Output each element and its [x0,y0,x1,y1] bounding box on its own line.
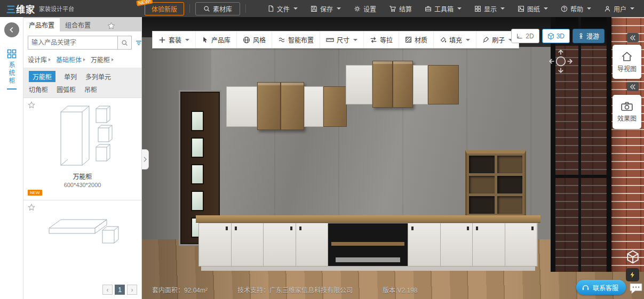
tool-style[interactable]: 风格 [236,31,272,48]
cabinet-door[interactable] [264,223,296,266]
tool-smart-layout[interactable]: 智能布置 [272,31,320,48]
shelf-cubby [497,156,523,173]
try-new-version-button[interactable]: NEW! 体验新版 [145,2,184,15]
cabinet-door[interactable] [441,223,473,266]
cabinet-door[interactable] [413,65,428,104]
product-card[interactable]: 万能柜 600*430*2000 NEW [23,98,141,200]
wall-cabinet-left-group[interactable] [226,86,347,127]
menu-checkout[interactable]: 结算 [383,0,418,17]
menu-toolbox[interactable]: 工具箱 [418,0,468,17]
shelf-cubby [497,196,523,214]
cabinet-grid-icon [7,49,17,59]
cabinet-door[interactable] [473,223,505,266]
rail-item-system-cabinet[interactable]: 系统柜 [7,49,17,90]
chat-bubble-icon[interactable] [629,282,643,296]
next-page-button[interactable]: › [127,285,137,295]
view-mode-switcher: 2D 3D 漫游 [511,29,605,43]
star-icon[interactable] [28,204,35,211]
move-gizmo-icon[interactable] [547,48,574,75]
3d-view-cube-button[interactable] [626,249,640,266]
wall-cabinet-right-group[interactable] [346,65,459,104]
breadcrumb-design-lib[interactable]: 设计库 [28,55,51,64]
tool-suite[interactable]: 套装 [153,31,195,48]
breadcrumb-base-cabinet[interactable]: 基础柜体 [56,55,85,64]
cabinet-door[interactable] [304,86,323,127]
nav-view-button[interactable]: 导视图 [613,45,641,79]
product-list: 万能柜 600*430*2000 NEW ‹ [23,98,141,299]
tv-cabinet-countertop [196,215,540,223]
tab-combo-layout[interactable]: 组合布置 [60,18,96,31]
menu-file[interactable]: 文件 [261,0,304,17]
shelf-cubby [469,196,495,214]
menu-user[interactable]: 用户 [598,0,641,17]
contact-support-button[interactable]: 联系客服 [576,280,626,295]
view-3d-button[interactable]: 3D [542,29,570,43]
favorites-tab[interactable] [104,20,118,31]
back-button[interactable] [4,22,19,37]
breadcrumb: 设计库 基础柜体 万能柜 [23,53,141,68]
tool-stretch[interactable]: 等拉 [363,31,399,48]
scene-3d[interactable] [142,17,644,299]
category-universal[interactable]: 万能柜 [29,71,55,82]
partition-mullion [578,17,581,272]
prev-page-button[interactable]: ‹ [102,285,113,295]
tool-material[interactable]: 材质 [399,31,433,48]
cabinet-door[interactable] [281,82,304,130]
material-library-button[interactable]: 素材库 [195,2,240,15]
2d-plane-icon [516,33,523,39]
cabinet-door[interactable] [199,223,232,266]
viewport-3d[interactable]: 套装 产品库 风格 智能布置 尺寸 [142,17,644,299]
drawing-icon [518,5,524,12]
tool-product-library[interactable]: 产品库 [195,31,236,48]
menu-display[interactable]: 显示 [468,0,511,17]
view-2d-button[interactable]: 2D [511,29,539,43]
tab-product-layout[interactable]: 产品布置 [23,18,60,31]
star-icon[interactable] [28,101,35,109]
quick-render-button[interactable] [626,268,639,281]
tv-cabinet[interactable] [198,215,538,271]
product-card[interactable] [23,200,141,280]
app-logo[interactable]: 三三维家维家 家装设计平台 [0,2,81,15]
open-shelf-unit[interactable] [465,150,526,217]
divider [189,4,190,13]
current-page[interactable]: 1 [115,285,125,295]
fill-bucket-icon [440,36,447,43]
category-single-column[interactable]: 单列 [64,72,77,81]
cabinet-door[interactable] [393,61,413,108]
cabinet-door[interactable] [232,223,264,266]
cabinet-door[interactable] [372,61,393,108]
search-button[interactable] [117,36,131,49]
cabinet-door[interactable] [296,223,329,266]
back-arrow-icon [8,26,15,34]
cabinet-door[interactable] [428,65,459,104]
tv-open-shelf[interactable] [328,223,408,266]
collapse-render-tab[interactable] [627,82,639,91]
roam-button[interactable]: 漫游 [573,29,605,43]
menu-save[interactable]: 保存 [304,0,347,17]
cabinet-door[interactable] [408,223,441,266]
render-view-button[interactable]: 效果图 [613,95,641,129]
search-input[interactable] [28,36,117,49]
panel-tabs: 产品布置 组合布置 [23,17,141,31]
menu-settings[interactable]: 设置 [347,0,383,17]
category-cut-corner[interactable]: 切角柜 [29,85,48,94]
tool-fill[interactable]: 填充 [433,31,476,48]
chevron-down-icon [500,7,505,10]
collapse-navview-tab[interactable] [627,33,639,42]
file-icon [267,5,274,12]
cabinet-door[interactable] [323,86,347,127]
category-arc[interactable]: 圆弧柜 [57,85,76,94]
area-readout: 套内面积：92.04m² [152,285,208,294]
panel-collapse-handle[interactable] [142,149,149,169]
menu-drawings[interactable]: 图纸 [511,0,554,17]
chevron-down-icon [337,7,341,10]
cabinet-door[interactable] [346,65,372,104]
breadcrumb-universal-cabinet[interactable]: 万能柜 [91,55,114,64]
tool-dimensions[interactable]: 尺寸 [320,31,363,48]
menu-help[interactable]: 帮助 [554,0,598,17]
category-hanging[interactable]: 吊柜 [84,85,97,94]
cabinet-door[interactable] [505,223,538,266]
category-multi-column[interactable]: 多列单元 [85,72,111,81]
cabinet-door[interactable] [226,86,257,127]
cabinet-door[interactable] [257,82,281,130]
